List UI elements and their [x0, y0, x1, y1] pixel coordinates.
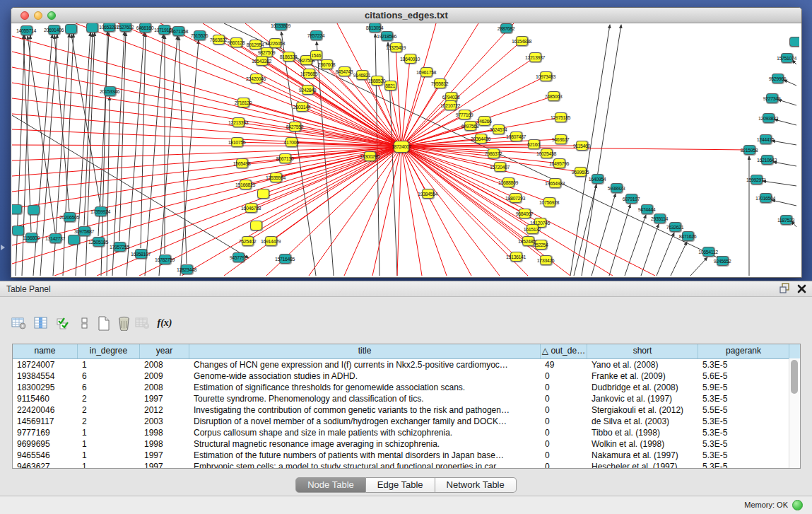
- graph-node[interactable]: [12, 204, 22, 214]
- table-row[interactable]: 946362711997Embryonic stem cells: a mode…: [13, 461, 800, 469]
- graph-node[interactable]: 9684067: [519, 209, 531, 218]
- graph-node[interactable]: 13142737: [49, 233, 61, 243]
- table-row[interactable]: 2242004622012Investigating the contribut…: [13, 404, 800, 416]
- graph-node[interactable]: 7515526: [194, 30, 206, 40]
- graph-node[interactable]: [789, 37, 800, 47]
- table-row[interactable]: 1830029562008Estimation of significance …: [13, 382, 800, 393]
- graph-node[interactable]: 18300295: [364, 151, 376, 161]
- graph-node[interactable]: 12823448: [181, 264, 193, 274]
- clear-selection-icon[interactable]: [77, 315, 93, 331]
- close-panel-icon[interactable]: [797, 284, 806, 296]
- graph-node[interactable]: 8215958: [743, 145, 755, 155]
- graph-node[interactable]: 16046788: [245, 203, 257, 213]
- graph-node[interactable]: 6879197: [625, 194, 637, 204]
- graph-node[interactable]: 7485063: [548, 91, 560, 101]
- graph-node[interactable]: 10654112: [702, 247, 714, 257]
- graph-node[interactable]: 1187533: [780, 215, 792, 225]
- graph-node[interactable]: 6497568: [464, 121, 476, 131]
- graph-node[interactable]: 16958107: [135, 249, 147, 259]
- graph-node[interactable]: 14671358: [172, 26, 184, 36]
- table-row[interactable]: 1872400712008Changes of HCN gene express…: [13, 359, 800, 370]
- graph-node[interactable]: 9146821: [356, 70, 368, 80]
- network-canvas[interactable]: 1872400714055714206914061065328715276026…: [12, 23, 799, 276]
- graph-node[interactable]: 9242848: [302, 85, 314, 95]
- column-header-pagerank[interactable]: pagerank: [698, 344, 789, 358]
- tab-network-table[interactable]: Network Table: [435, 477, 517, 493]
- graph-node[interactable]: 7663822: [213, 35, 225, 45]
- graph-node[interactable]: 8813054: [369, 23, 381, 33]
- new-file-icon[interactable]: [96, 315, 112, 331]
- graph-node[interactable]: 8454743: [339, 66, 351, 76]
- delete-icon[interactable]: [116, 315, 131, 331]
- column-header-out_de[interactable]: △ out_de…: [541, 344, 587, 358]
- graph-node[interactable]: [28, 205, 40, 215]
- show-columns-icon[interactable]: [33, 315, 49, 331]
- graph-node[interactable]: 9777169: [459, 110, 471, 119]
- network-window-titlebar[interactable]: citations_edges.txt: [11, 8, 801, 23]
- graph-node[interactable]: 1156809: [25, 233, 37, 243]
- graph-node[interactable]: [86, 23, 98, 33]
- graph-node[interactable]: 5938923: [611, 183, 623, 193]
- graph-node[interactable]: 1675685: [303, 69, 315, 78]
- graph-node[interactable]: 12213937: [529, 52, 541, 62]
- graph-node[interactable]: 2887682: [500, 23, 512, 33]
- graph-node[interactable]: 20153346: [104, 86, 116, 96]
- graph-node[interactable]: 16543382: [256, 56, 268, 66]
- graph-node[interactable]: 12093832: [763, 113, 775, 123]
- graph-node[interactable]: 10653287: [103, 23, 115, 32]
- graph-node[interactable]: 18807293: [510, 193, 522, 203]
- table-row[interactable]: 1938455462009Genome-wide association stu…: [13, 370, 800, 382]
- graph-node[interactable]: 2803144: [296, 102, 308, 112]
- graph-node[interactable]: 16033809: [275, 23, 287, 30]
- graph-node[interactable]: 14055714: [20, 25, 33, 35]
- graph-node[interactable]: 19654923: [549, 178, 561, 188]
- graph-node[interactable]: 17359924: [95, 206, 107, 216]
- graph-node[interactable]: 1244415: [760, 134, 772, 144]
- table-row[interactable]: 977716911998Corpus callosum shape and si…: [13, 427, 800, 438]
- graph-node[interactable]: 10688809: [502, 177, 514, 187]
- graph-node[interactable]: 9474444: [641, 204, 653, 214]
- table-mode-icon[interactable]: [11, 315, 26, 331]
- graph-node[interactable]: 7857224: [310, 30, 322, 40]
- graph-node[interactable]: 16914479: [265, 236, 277, 246]
- graph-node[interactable]: 2718120: [237, 98, 249, 107]
- graph-node[interactable]: 20691406: [48, 25, 60, 35]
- graph-node[interactable]: 18524851: [522, 236, 534, 246]
- column-header-title[interactable]: title: [189, 344, 541, 358]
- graph-node[interactable]: 15992971: [751, 175, 763, 185]
- column-header-in_degree[interactable]: in_degree: [78, 344, 140, 358]
- graph-node[interactable]: 10973493: [540, 71, 552, 81]
- graph-node[interactable]: 18640910: [404, 54, 416, 64]
- graph-node[interactable]: 2935114: [654, 214, 666, 223]
- graph-node[interactable]: 30975887: [78, 226, 90, 236]
- graph-node[interactable]: 19384554: [422, 189, 434, 199]
- graph-node[interactable]: [250, 221, 262, 230]
- table-row[interactable]: 1456911722003Disruption of a novel membe…: [13, 416, 800, 427]
- graph-node[interactable]: 8471626: [682, 231, 694, 241]
- function-builder-icon[interactable]: f(x): [157, 315, 172, 331]
- graph-node[interactable]: 15720407: [494, 162, 506, 172]
- graph-node[interactable]: 13325419: [390, 42, 402, 52]
- graph-node[interactable]: 746266: [478, 116, 490, 126]
- graph-node[interactable]: 7986372: [488, 148, 500, 158]
- graph-node[interactable]: 10807487: [510, 132, 522, 141]
- float-panel-icon[interactable]: [779, 283, 790, 296]
- graph-node[interactable]: 9463627: [555, 134, 567, 144]
- graph-node[interactable]: 17016504: [760, 193, 772, 203]
- graph-node[interactable]: 20206505: [64, 212, 76, 222]
- graph-node[interactable]: 8667130: [279, 153, 291, 163]
- graph-node[interactable]: 9860128: [230, 37, 242, 47]
- column-header-year[interactable]: year: [140, 344, 189, 358]
- graph-node[interactable]: 9457791: [233, 252, 245, 262]
- graph-node[interactable]: 15716485: [279, 254, 291, 264]
- graph-node[interactable]: 10756928: [543, 197, 555, 207]
- graph-node[interactable]: 1565498: [236, 158, 248, 168]
- graph-node[interactable]: [12, 226, 24, 235]
- graph-node[interactable]: 8912954: [249, 40, 261, 49]
- graph-node[interactable]: 1546: [310, 50, 322, 60]
- graph-node[interactable]: 10025458: [541, 148, 553, 158]
- table-scrollbar-thumb[interactable]: [791, 360, 798, 394]
- graph-node[interactable]: 1588520: [371, 76, 383, 86]
- graph-node[interactable]: 9115460: [576, 141, 588, 151]
- column-header-name[interactable]: name: [13, 344, 78, 358]
